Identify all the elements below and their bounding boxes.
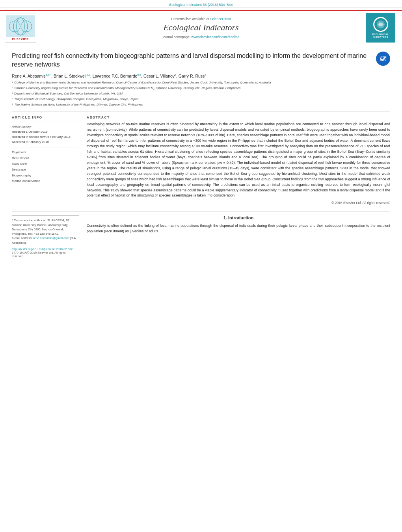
affiliations: a College of Marine and Environmental Sc… [12,80,390,107]
affil-d-sup: d [12,97,13,102]
keywords-label: Keywords: [12,150,79,154]
main-content: Predicting reef fish connectivity from b… [0,45,402,265]
keyword-seascape: Seascape [12,167,79,172]
copyright-line: © 2016 Elsevier Ltd. All rights reserved… [87,201,390,205]
received-date: Received 1 October 2015 [12,130,79,135]
keyword-biogeography: Biogeography [12,173,79,178]
received-revised-date: Received in revised form 5 February 2016 [12,135,79,140]
email-link[interactable]: rene.abesamis@gmail.com [33,236,69,240]
journal-banner: ELSEVIER Contents lists available at Sci… [0,10,402,45]
affil-c-text: Department of Biological Sciences, Old D… [14,91,123,96]
affil-e-sup: e [12,102,13,107]
authors-line: Rene A. Abesamisa,b,*, Brian L. Stockwel… [12,73,390,78]
affil-b: b Silliman University Angelo King Centre… [12,86,390,91]
elsevier-logo-left: ELSEVIER [5,13,36,43]
affil-b-text: Silliman University Angelo King Centre f… [14,86,240,91]
contents-label: Contents lists available at ScienceDirec… [40,17,362,21]
affil-c-sup: c [12,91,13,96]
affil-e: e The Marine Science Institute, Universi… [12,102,390,107]
keyword-recruitment: Recruitment [12,156,79,161]
badge-image [373,17,388,32]
crossmark-badge[interactable]: Cross Mark [376,52,390,66]
doi-line[interactable]: http://dx.doi.org/10.1016/j.ecolind.2016… [12,247,79,251]
intro-left-footnotes: * Corresponding author at: SUAKCREM, 2F … [12,215,79,260]
svg-point-1 [17,18,24,35]
affil-d: d Tokyo Institute of Technology, Ookayam… [12,97,390,102]
homepage-label: journal homepage: www.elsevier.com/locat… [40,35,362,39]
footnote-box: * Corresponding author at: SUAKCREM, 2F … [12,215,79,260]
svg-point-0 [13,18,28,35]
intro-text-column: 1. Introduction Connectivity is often de… [87,215,390,260]
info-separator [12,122,79,122]
keyword-coral-reefs: Coral reefs [12,161,79,167]
affil-a-text: College of Marine and Environmental Scie… [14,80,271,85]
banner-center: Contents lists available at ScienceDirec… [40,17,362,39]
rights-line: 1470-160X/© 2016 Elsevier Ltd. All right… [12,251,79,258]
affil-c: c Department of Biological Sciences, Old… [12,91,390,96]
keyword-marine-conservation: Marine conservation [12,178,79,184]
journal-title: Ecological Indicators [40,22,362,33]
keywords-section: Keywords: Recruitment Coral reefs Seasca… [12,150,79,184]
corresponding-author-note: * Corresponding author at: SUAKCREM, 2F … [12,218,79,245]
crossmark-circle: Cross Mark [376,52,390,66]
journal-badge: ECOLOGICAL INDICATORS [366,13,397,43]
accepted-date: Accepted 9 February 2016 [12,140,79,145]
journal-top-bar: Ecological Indicators 66 (2016) 534–544 [0,0,402,8]
article-info-abstract-section: ARTICLE INFO Article history: Received 1… [12,115,390,205]
affil-e-text: The Marine Science Institute, University… [14,102,143,107]
intro-section-title: 1. Introduction [87,215,390,220]
svg-point-3 [21,21,32,32]
keywords-separator [12,148,79,148]
article-info-header: ARTICLE INFO [12,115,79,119]
journal-reference: Ecological Indicators 66 (2016) 534–544 [169,3,233,7]
affil-a-sup: a [12,80,13,85]
article-info-column: ARTICLE INFO Article history: Received 1… [12,115,79,205]
history-label: Article history: [12,124,79,130]
abstract-text: Developing networks of no-take marine re… [87,122,390,198]
introduction-section: * Corresponding author at: SUAKCREM, 2F … [12,211,390,260]
separator-1 [12,111,390,111]
abstract-header: ABSTRACT [87,115,390,119]
article-title: Predicting reef fish connectivity from b… [12,50,372,69]
page-wrapper: Ecological Indicators 66 (2016) 534–544 … [0,0,402,265]
article-title-section: Predicting reef fish connectivity from b… [12,50,390,69]
affil-a: a College of Marine and Environmental Sc… [12,80,390,85]
affil-d-text: Tokyo Institute of Technology, Ookayama … [14,97,138,102]
homepage-url[interactable]: www.elsevier.com/locate/ecolind [191,35,239,39]
article-history: Article history: Received 1 October 2015… [12,124,79,145]
intro-text: Connectivity is often defined as the lin… [87,223,390,234]
svg-point-2 [9,21,20,32]
abstract-column: ABSTRACT Developing networks of no-take … [87,115,390,205]
ecological-indicators-badge: ECOLOGICAL INDICATORS [366,13,395,43]
affil-b-sup: b [12,86,13,91]
sciencedirect-link[interactable]: ScienceDirect [210,17,231,21]
